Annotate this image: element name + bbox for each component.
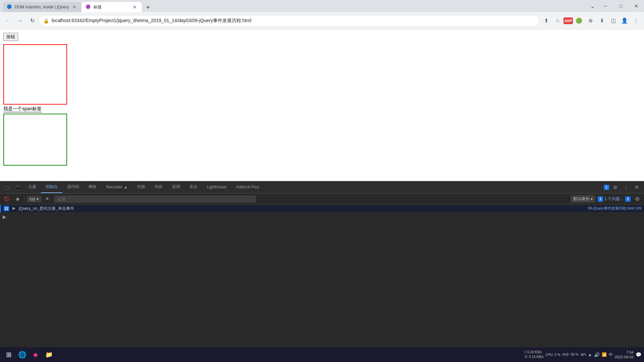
clock-date: 2022-08-02 [615, 355, 634, 359]
extensions-button[interactable]: ⊕ [585, 15, 596, 26]
default-level-chevron: ▾ [591, 197, 593, 201]
default-level-selector[interactable]: 默认级别 ▾ [571, 195, 595, 202]
issue-count-icon: 1 [598, 196, 603, 202]
toolbar-actions: ⬆ ☆ ABP 🟢 ⊕ ⬇ ◫ 👤 ⋮ [541, 15, 641, 26]
devtools-left-icons: ⬚ 📱 [1, 181, 23, 193]
profile-button[interactable]: 👤 [619, 15, 630, 26]
taskbar-jetbrains[interactable]: ◆ [30, 349, 42, 361]
maximize-button[interactable]: □ [613, 0, 629, 12]
adblock-badge[interactable]: ABP [564, 17, 573, 24]
page-area: 按钮 我是一个span标签 [0, 29, 644, 181]
filter-icon[interactable]: ◉ [13, 195, 21, 203]
issues-button[interactable]: 1 [604, 185, 609, 190]
tab-elements[interactable]: 元素 [23, 181, 41, 193]
page-button[interactable]: 按钮 [3, 33, 18, 41]
log-source-link[interactable]: 09-jQuery事件发展历程.html:149 [588, 206, 641, 211]
api-label: API [581, 353, 586, 357]
console-right-controls: 默认级别 ▾ 1 1 个问题： 1 ⚙ [571, 195, 641, 203]
title-bar-controls: ⌄ ─ □ ✕ [587, 0, 644, 12]
minimize-button[interactable]: ─ [598, 0, 613, 12]
chrome-icon: 🌐 [18, 351, 26, 359]
close-button[interactable]: ✕ [629, 0, 644, 12]
bookmark-button[interactable]: ☆ [552, 15, 563, 26]
taskbar-right: I: 0.20 KB/s O: 0.15 KB/s CPU: 3 % 内存: 5… [525, 350, 641, 360]
tab-console[interactable]: 控制台 [41, 181, 62, 193]
log-expand-icon[interactable]: ▶ [12, 206, 16, 210]
tab1-favicon: 🔵 [7, 4, 12, 10]
tab-recorder[interactable]: Recorder ▲ [101, 181, 132, 193]
log-entry-0: 12 ▶ jQuery_on_委托注册_单击事件 09-jQuery事件发展历程… [0, 205, 644, 213]
console-output: 12 ▶ jQuery_on_委托注册_单击事件 09-jQuery事件发展历程… [0, 205, 644, 362]
share-button[interactable]: ⬆ [541, 15, 551, 26]
devtools-panel: ⬚ 📱 元素 控制台 源代码 网络 Recorder ▲ [0, 181, 644, 362]
tab-performance[interactable]: 性能 [132, 181, 150, 193]
extension-icon[interactable]: 🟢 [574, 15, 584, 26]
notification-icon[interactable]: 💬 [636, 352, 641, 357]
tab-memory[interactable]: 内存 [150, 181, 167, 193]
language-indicator: 中 [609, 352, 613, 358]
tab-network[interactable]: 网络 [84, 181, 101, 193]
toolbar-divider [24, 196, 24, 202]
tab-security[interactable]: 安全 [185, 181, 202, 193]
console-input-caret[interactable]: ▶ [0, 213, 644, 221]
settings-icon[interactable]: ⚙ [610, 183, 620, 192]
network-icon[interactable]: 📶 [602, 352, 607, 357]
chevron-down-icon[interactable]: ⌄ [587, 0, 598, 12]
taskbar-clock[interactable]: 7:54 2022-08-02 [615, 350, 634, 360]
tab-adblock-plus[interactable]: Adblock Plus [231, 181, 264, 193]
reload-button[interactable]: ↻ [27, 15, 38, 26]
start-button[interactable]: ⊞ [3, 349, 15, 361]
device-toolbar-icon[interactable]: 📱 [13, 183, 22, 192]
tab1-close[interactable]: ✕ [71, 4, 77, 10]
clock-time: 7:54 [627, 350, 634, 355]
download-button[interactable]: ⬇ [596, 15, 607, 26]
more-devtools-icon[interactable]: ⋮ [621, 183, 631, 192]
taskbar-chrome[interactable]: 🌐 [16, 349, 28, 361]
tab-bar: 🔵 DOM Insertion, Inside | jQuery ✕ 🟣 标题 … [0, 0, 587, 12]
red-bordered-box [3, 44, 67, 105]
context-chevron: ▾ [37, 197, 39, 201]
split-button[interactable]: ◫ [608, 15, 619, 26]
context-label: top [30, 197, 35, 201]
new-tab-button[interactable]: + [143, 3, 153, 12]
span-label: 我是一个span标签 [3, 106, 42, 112]
issue-count-button[interactable]: 1 1 个问题： 1 [598, 196, 631, 202]
log-entry-icon: 12 [4, 206, 9, 211]
tab1-title: DOM Insertion, Inside | jQuery [15, 5, 69, 9]
issue-count-badge: 1 [625, 196, 631, 202]
back-button[interactable]: ← [3, 15, 13, 26]
more-button[interactable]: ⋮ [631, 15, 641, 26]
jetbrains-icon: ◆ [33, 351, 38, 358]
context-selector[interactable]: top ▾ [27, 196, 41, 202]
taskbar-explorer[interactable]: 📁 [43, 349, 55, 361]
forward-button[interactable]: → [15, 15, 25, 26]
taskbar: ⊞ 🌐 ◆ 📁 I: 0.20 KB/s O: 0.15 KB/s CPU: 3… [0, 347, 644, 362]
network-speed-text: I: 0.20 KB/s O: 0.15 KB/s [525, 350, 544, 359]
lock-icon: 🔒 [43, 18, 49, 23]
page-content: 按钮 我是一个span标签 [0, 29, 644, 169]
issue-badge-icon: 1 [604, 185, 609, 190]
url-bar[interactable]: 🔒 localhost:63342/EmptyProject1/jquery_i… [39, 15, 539, 26]
tab-lighthouse[interactable]: Lighthouse [202, 181, 231, 193]
eye-icon[interactable]: 👁 [44, 195, 52, 203]
filter-input[interactable] [54, 196, 256, 202]
green-bordered-box [3, 114, 67, 166]
tab2-favicon: 🟣 [86, 4, 91, 10]
console-settings-icon[interactable]: ⚙ [633, 195, 641, 203]
browser-body: 按钮 我是一个span标签 ⬚ 📱 元素 控制台 [0, 29, 644, 362]
tab-sources[interactable]: 源代码 [62, 181, 84, 193]
clear-console-button[interactable]: 🚫 [3, 195, 11, 203]
tab-dom-insertion[interactable]: 🔵 DOM Insertion, Inside | jQuery ✕ [3, 2, 82, 12]
memory-text: 内存: 50 % [562, 352, 578, 357]
explorer-icon: 📁 [45, 351, 53, 358]
address-bar: ← → ↻ 🔒 localhost:63342/EmptyProject1/jq… [0, 12, 644, 29]
taskbar-expand-icon[interactable]: ▲ [588, 352, 592, 357]
tab-current[interactable]: 🟣 标题 ✕ [82, 2, 142, 12]
tab2-close[interactable]: ✕ [132, 4, 138, 10]
default-level-label: 默认级别 [573, 196, 589, 202]
speaker-icon[interactable]: 🔊 [594, 352, 600, 357]
tab-application[interactable]: 应用 [167, 181, 185, 193]
cpu-text: CPU: 3 % [545, 353, 560, 357]
inspect-element-icon[interactable]: ⬚ [3, 183, 12, 192]
devtools-close-button[interactable]: ✕ [632, 183, 641, 192]
